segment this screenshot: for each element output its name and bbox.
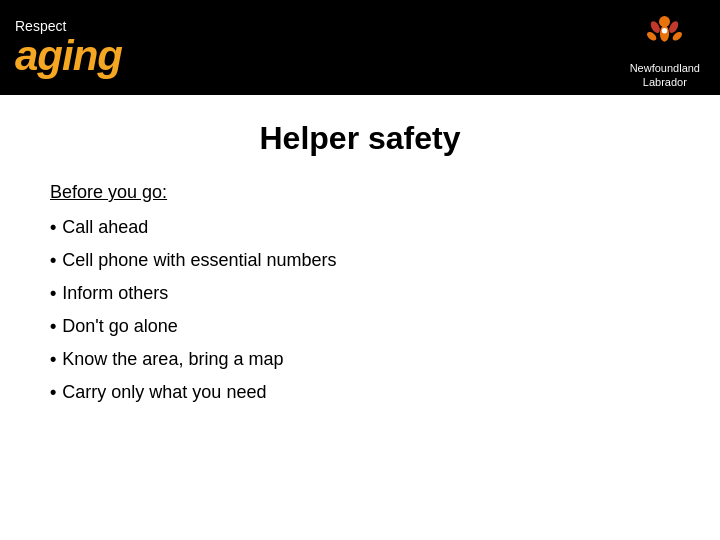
logo-aging-text: aging [15, 35, 122, 77]
bullet-dot: • [50, 382, 56, 403]
header: Respect aging Newfoundland Labrador [0, 0, 720, 95]
nl-logo-text: Newfoundland Labrador [630, 61, 700, 90]
svg-point-6 [662, 28, 668, 34]
bullet-text: Don't go alone [62, 316, 178, 337]
logo-respect-text: Respect [15, 19, 122, 33]
list-item: •Don't go alone [50, 316, 670, 337]
main-content: Helper safety Before you go: •Call ahead… [0, 95, 720, 435]
list-item: •Know the area, bring a map [50, 349, 670, 370]
bullet-dot: • [50, 217, 56, 238]
bullet-text: Carry only what you need [62, 382, 266, 403]
section-heading: Before you go: [50, 182, 670, 203]
page-title: Helper safety [50, 120, 670, 157]
bullet-dot: • [50, 250, 56, 271]
bullet-text: Inform others [62, 283, 168, 304]
bullet-text: Call ahead [62, 217, 148, 238]
bullet-dot: • [50, 349, 56, 370]
bullet-text: Know the area, bring a map [62, 349, 283, 370]
list-item: •Call ahead [50, 217, 670, 238]
nl-government-logo: Newfoundland Labrador [630, 6, 700, 90]
list-item: •Inform others [50, 283, 670, 304]
list-item: •Cell phone with essential numbers [50, 250, 670, 271]
nl-logo-icon [637, 6, 692, 61]
bullet-list: •Call ahead•Cell phone with essential nu… [50, 217, 670, 403]
bullet-text: Cell phone with essential numbers [62, 250, 336, 271]
bullet-dot: • [50, 316, 56, 337]
list-item: •Carry only what you need [50, 382, 670, 403]
bullet-dot: • [50, 283, 56, 304]
logo-area: Respect aging [15, 19, 122, 77]
